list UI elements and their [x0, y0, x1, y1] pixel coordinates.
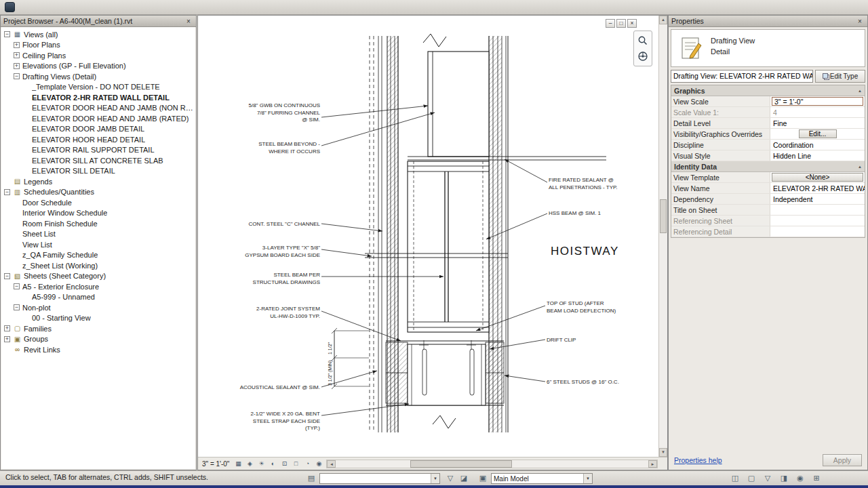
tree-item[interactable]: −▥Schedules/Quantities	[1, 187, 195, 198]
tree-item[interactable]: +▣Groups	[1, 334, 195, 345]
property-value-cell[interactable]	[770, 216, 865, 226]
expand-icon[interactable]: +	[4, 325, 10, 331]
property-section-header[interactable]: Identity Data▲	[671, 161, 865, 172]
expand-icon[interactable]: +	[4, 336, 10, 342]
tree-item[interactable]: Room Finish Schedule	[1, 218, 195, 229]
editable-only-icon[interactable]: ◪	[458, 473, 470, 484]
temporary-hide-isolate-icon[interactable]: ◔	[302, 459, 313, 469]
tree-item[interactable]: ELEVATOR SILL AT CONCRETE SLAB	[1, 155, 195, 166]
property-value-cell[interactable]: ELEVATOR 2-HR RATED WA...	[770, 183, 865, 193]
design-options-exclude-icon[interactable]: ◫	[729, 473, 741, 484]
expand-icon[interactable]: +	[14, 42, 20, 48]
collapse-icon[interactable]: −	[4, 189, 10, 195]
tree-item[interactable]: Door Schedule	[1, 197, 195, 208]
tree-item[interactable]: ELEVATOR 2-HR RATED WALL DETAIL	[1, 92, 195, 103]
chevron-down-icon[interactable]: ▼	[431, 474, 439, 483]
close-icon[interactable]: ×	[627, 19, 637, 28]
worksets-icon[interactable]: ▤	[305, 473, 317, 484]
edit-family-icon[interactable]: ▢	[745, 473, 757, 484]
tree-item[interactable]: −A5 - Exterior Enclosure	[1, 281, 195, 292]
type-selector[interactable]: Drafting View Detail	[671, 29, 865, 67]
view-scale-value[interactable]: 3" = 1'-0"	[772, 97, 863, 106]
vertical-scroll-track[interactable]	[659, 24, 667, 448]
collapse-icon[interactable]: ▲	[858, 165, 862, 169]
tree-item[interactable]: ELEVATOR DOOR JAMB DETAIL	[1, 124, 195, 135]
horizontal-scrollbar[interactable]: ◄ ►	[326, 460, 658, 468]
property-value-text[interactable]: Fine	[772, 119, 787, 127]
tree-item[interactable]: ELEVATOR RAIL SUPPORT DETAIL	[1, 145, 195, 156]
drag-elements-icon[interactable]: ⊞	[810, 473, 823, 484]
design-options-icon[interactable]: ▣	[477, 473, 489, 484]
tree-item[interactable]: −Non-plot	[1, 302, 195, 313]
selection-filter-icon[interactable]: ▽	[762, 473, 774, 484]
tree-item[interactable]: ELEVATOR SILL DETAIL	[1, 166, 195, 177]
property-value-cell[interactable]: Edit...	[770, 129, 865, 139]
type-selector-dropdown[interactable]: Drafting View: ELEVATOR 2-HR RATED WA ▼	[671, 70, 813, 83]
tree-item[interactable]: +Ceiling Plans	[1, 50, 195, 61]
property-value-text[interactable]: 4	[772, 108, 777, 117]
collapse-icon[interactable]: −	[14, 73, 20, 79]
detail-level-icon[interactable]: ▦	[233, 459, 243, 469]
tree-item[interactable]: ELEVATOR HOOR HEAD DETAIL	[1, 134, 195, 145]
tree-item[interactable]: +Elevations (GP - Full Elevation)	[1, 61, 195, 72]
collapse-icon[interactable]: ▲	[858, 89, 862, 93]
expand-icon[interactable]: +	[14, 52, 20, 58]
property-value-cell[interactable]: 3" = 1'-0"	[770, 96, 865, 106]
restore-icon[interactable]: □	[616, 19, 626, 28]
close-icon[interactable]: ×	[855, 18, 865, 25]
tree-item[interactable]: Interior Window Schedule	[1, 208, 195, 219]
horizontal-scroll-thumb[interactable]	[410, 460, 512, 468]
sun-path-icon[interactable]: ☀	[256, 459, 267, 469]
property-value-cell[interactable]: Fine	[770, 118, 865, 128]
tree-item[interactable]: _Template Version - DO NOT DELETE	[1, 82, 195, 93]
minimize-icon[interactable]: –	[606, 19, 615, 28]
zoom-button[interactable]	[635, 33, 650, 48]
detail-drawing[interactable]: 1 1/2" 3 1/2" (MIN)	[198, 16, 660, 458]
edit-overrides-button[interactable]: Edit...	[799, 129, 837, 138]
chevron-down-icon[interactable]: ▼	[583, 474, 592, 483]
visual-style-icon[interactable]: ◈	[244, 459, 255, 469]
tree-item[interactable]: +▢Families	[1, 323, 195, 334]
scroll-up-icon[interactable]: ▲	[659, 16, 667, 24]
horizontal-scroll-track[interactable]	[336, 460, 648, 468]
app-icon[interactable]	[5, 2, 15, 12]
reveal-hidden-elements-icon[interactable]: ◉	[313, 459, 324, 469]
tree-item[interactable]: −▦Views (all)	[1, 29, 195, 40]
active-workset-dropdown[interactable]: ▼	[319, 473, 440, 484]
edit-type-button[interactable]: Edit Type	[815, 70, 865, 83]
scroll-right-icon[interactable]: ►	[648, 460, 657, 468]
design-options-dropdown[interactable]: Main Model ▼	[491, 473, 593, 484]
vertical-scrollbar[interactable]: ▲ ▼	[658, 16, 667, 457]
property-value-cell[interactable]	[770, 226, 865, 237]
steering-wheel-button[interactable]	[635, 49, 650, 64]
collapse-icon[interactable]: −	[4, 273, 10, 279]
property-value-cell[interactable]: Independent	[770, 194, 865, 204]
apply-button[interactable]: Apply	[823, 454, 862, 466]
tree-item[interactable]: z_Sheet List (Working)	[1, 260, 195, 271]
workset-filter-icon[interactable]: ▽	[444, 473, 456, 484]
tree-item[interactable]: z_QA Family Schedule	[1, 250, 195, 261]
value-button[interactable]: <None>	[772, 173, 863, 182]
tree-item[interactable]: −Drafting Views (Detail)	[1, 71, 195, 82]
select-pinned-icon[interactable]: ◉	[794, 473, 806, 484]
tree-item[interactable]: ∞Revit Links	[1, 344, 195, 355]
tree-item[interactable]: ELEVATOR DOOR HEAD AND JAMB (RATED)	[1, 113, 195, 124]
property-value-cell[interactable]	[770, 205, 865, 215]
tree-item[interactable]: +Floor Plans	[1, 40, 195, 51]
collapse-icon[interactable]: −	[14, 283, 20, 289]
scroll-left-icon[interactable]: ◄	[327, 460, 336, 468]
tree-item[interactable]: Sheet List	[1, 229, 195, 240]
properties-help-link[interactable]: Properties help	[674, 456, 722, 464]
close-icon[interactable]: ×	[184, 18, 193, 25]
tree-item[interactable]: ▤Legends	[1, 176, 195, 187]
shadows-icon[interactable]: ◐	[267, 459, 278, 469]
tree-item[interactable]: ELEVATOR DOOR HEAD AND JAMB (NON RATED)	[1, 103, 195, 114]
crop-view-icon[interactable]: ⊡	[279, 459, 290, 469]
property-value-cell[interactable]: Hidden Line	[770, 150, 865, 161]
property-section-header[interactable]: Graphics▲	[671, 85, 865, 96]
vertical-scroll-thumb[interactable]	[660, 199, 667, 233]
property-value-cell[interactable]: <None>	[770, 172, 865, 182]
collapse-icon[interactable]: −	[4, 31, 10, 37]
tree-item[interactable]: A5-999 - Unnamed	[1, 292, 195, 303]
tree-item[interactable]: View List	[1, 239, 195, 250]
